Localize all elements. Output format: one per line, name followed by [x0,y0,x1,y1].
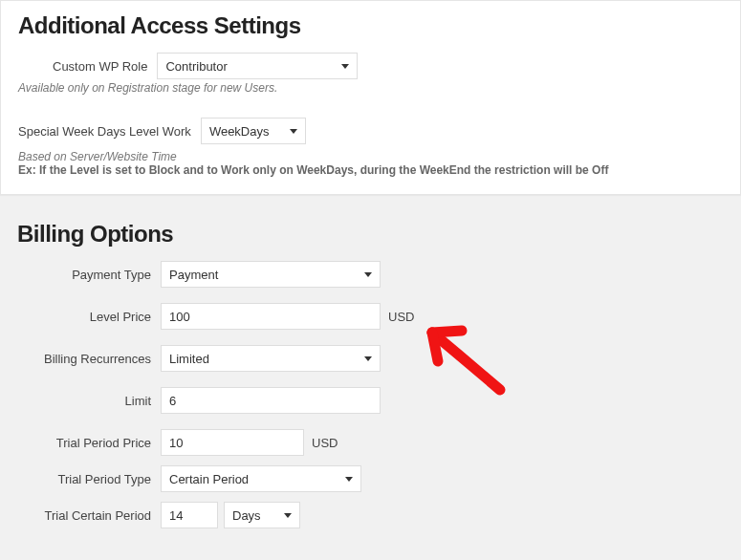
trial-certain-period-row: Trial Certain Period Days [17,502,724,528]
trial-period-price-input[interactable] [161,429,304,456]
limit-label: Limit [17,394,161,408]
level-price-row: Level Price USD [17,303,724,330]
trial-period-price-currency: USD [312,436,338,450]
special-week-days-helper2: Ex: If the Level is set to Block and to … [18,163,723,177]
trial-period-type-select[interactable]: Certain Period [161,465,361,492]
trial-period-type-row: Trial Period Type Certain Period [17,465,724,492]
payment-type-label: Payment Type [17,268,161,282]
special-week-days-row: Special Week Days Level Work WeekDays [18,118,723,144]
special-week-days-label: Special Week Days Level Work [18,124,191,139]
billing-recurrences-row: Billing Recurrences Limited [17,345,724,372]
access-settings-heading: Additional Access Settings [18,12,723,39]
trial-period-type-label: Trial Period Type [17,472,161,486]
trial-certain-period-input[interactable] [161,502,218,528]
custom-wp-role-select[interactable]: Contributor [157,53,358,79]
trial-certain-period-unit-select[interactable]: Days [224,502,300,528]
level-price-currency: USD [388,310,414,324]
additional-access-settings-panel: Additional Access Settings Custom WP Rol… [0,0,741,195]
custom-wp-role-label: Custom WP Role [53,59,147,74]
special-week-days-helper1: Based on Server/Website Time [18,150,723,163]
billing-recurrences-label: Billing Recurrences [17,352,161,366]
trial-period-price-row: Trial Period Price USD [17,429,724,456]
billing-recurrences-select[interactable]: Limited [161,345,381,372]
billing-options-panel: Billing Options Payment Type Payment Lev… [0,209,741,555]
level-price-label: Level Price [17,310,161,324]
level-price-input[interactable] [161,303,381,330]
trial-period-price-label: Trial Period Price [17,436,161,450]
trial-certain-period-label: Trial Certain Period [17,508,161,523]
special-week-days-select[interactable]: WeekDays [201,118,306,144]
payment-type-select[interactable]: Payment [161,261,381,288]
limit-input[interactable] [161,387,381,414]
limit-row: Limit [17,387,724,414]
payment-type-row: Payment Type Payment [17,261,724,288]
custom-wp-role-helper: Available only on Registration stage for… [18,81,723,95]
billing-options-heading: Billing Options [17,221,724,248]
custom-wp-role-row: Custom WP Role Contributor [53,53,723,79]
